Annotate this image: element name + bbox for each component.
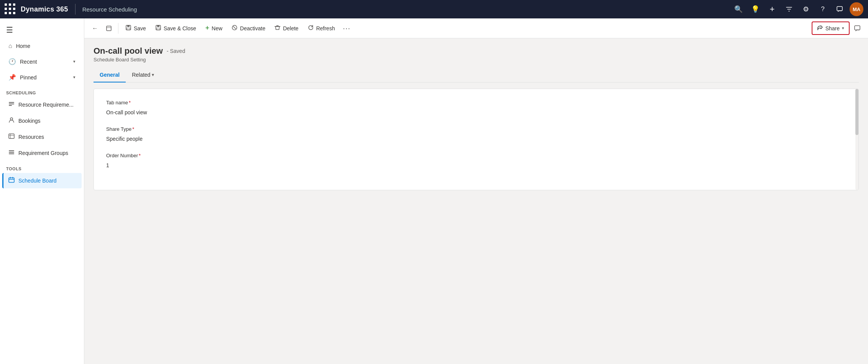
sidebar-item-bookings[interactable]: Bookings: [2, 113, 82, 128]
toolbar-chat-icon[interactable]: [851, 22, 863, 35]
toolbar: ← Save Save & Close + New: [84, 18, 868, 38]
lightbulb-icon[interactable]: 💡: [748, 2, 762, 16]
sidebar-item-label: Requirement Groups: [18, 150, 68, 156]
new-label: New: [212, 25, 222, 31]
svg-rect-2: [9, 104, 14, 104]
new-icon: +: [205, 24, 210, 32]
more-options-button[interactable]: ⋯: [340, 22, 353, 35]
tab-name-label: Tab name*: [106, 100, 846, 105]
tab-related[interactable]: Related ▾: [126, 68, 160, 82]
svg-point-4: [10, 118, 13, 120]
app-title: Dynamics 365: [21, 5, 68, 13]
sidebar-item-schedule-board[interactable]: Schedule Board: [2, 173, 82, 188]
related-chevron-icon: ▾: [152, 72, 154, 77]
group-icon: [8, 149, 15, 157]
sidebar-item-label: Pinned: [20, 74, 37, 81]
deactivate-label: Deactivate: [240, 25, 265, 31]
sidebar-item-label: Recent: [20, 59, 37, 65]
sidebar-section-tools: Tools: [0, 161, 84, 173]
svg-rect-5: [9, 134, 14, 138]
record-subtitle: Schedule Board Setting: [94, 57, 859, 63]
order-number-value[interactable]: 1: [106, 161, 846, 170]
sidebar-section-scheduling: Scheduling: [0, 85, 84, 97]
add-icon[interactable]: +: [765, 2, 779, 16]
svg-line-23: [233, 26, 236, 29]
search-icon[interactable]: 🔍: [732, 2, 745, 16]
resources-icon: [8, 133, 15, 141]
list-icon: [8, 101, 15, 109]
tab-related-label: Related: [132, 72, 150, 78]
help-icon[interactable]: ?: [816, 2, 830, 16]
svg-rect-10: [9, 153, 14, 154]
pin-icon: 📌: [8, 74, 16, 81]
sidebar-item-home[interactable]: ⌂ Home: [2, 39, 82, 53]
settings-icon[interactable]: ⚙: [799, 2, 813, 16]
svg-rect-1: [9, 102, 14, 103]
record-header: On-call pool view - Saved Schedule Board…: [94, 46, 859, 63]
share-icon: [817, 25, 823, 32]
delete-label: Delete: [283, 25, 298, 31]
hamburger-menu[interactable]: ☰: [0, 21, 84, 38]
user-avatar[interactable]: MA: [850, 2, 863, 16]
nav-divider: [75, 4, 75, 15]
recent-icon: 🕐: [8, 58, 16, 65]
save-button[interactable]: Save: [121, 22, 150, 35]
svg-rect-20: [157, 25, 159, 27]
refresh-icon: [308, 25, 314, 32]
sidebar-item-label: Resource Requireme...: [18, 102, 74, 108]
save-close-icon: [155, 25, 161, 32]
module-name: Resource Scheduling: [82, 6, 137, 13]
sidebar: ☰ ⌂ Home 🕐 Recent ▾ 📌 Pinned ▾ Schedulin…: [0, 18, 84, 364]
sidebar-item-resource-requirements[interactable]: Resource Requireme...: [2, 97, 82, 112]
svg-rect-15: [107, 26, 111, 31]
saved-badge: - Saved: [167, 48, 185, 54]
chevron-down-icon: ▾: [73, 59, 75, 64]
top-nav-icons: 🔍 💡 + ⚙ ? MA: [732, 2, 863, 16]
sidebar-item-label: Resources: [18, 134, 44, 140]
refresh-button[interactable]: Refresh: [304, 22, 339, 35]
toolbar-separator: [118, 23, 118, 34]
svg-rect-17: [127, 25, 130, 27]
save-label: Save: [134, 25, 146, 31]
deactivate-button[interactable]: Deactivate: [228, 22, 269, 35]
new-button[interactable]: + New: [202, 22, 226, 35]
sidebar-item-label: Home: [16, 43, 30, 49]
delete-button[interactable]: Delete: [271, 22, 302, 35]
deactivate-icon: [231, 25, 238, 32]
sidebar-item-label: Bookings: [18, 118, 41, 124]
refresh-label: Refresh: [316, 25, 335, 31]
sidebar-item-recent[interactable]: 🕐 Recent ▾: [2, 54, 82, 69]
expand-button[interactable]: [103, 22, 115, 35]
sidebar-item-resources[interactable]: Resources: [2, 129, 82, 145]
tab-name-value[interactable]: On-call pool view: [106, 108, 846, 117]
required-indicator: *: [129, 100, 131, 105]
tab-general[interactable]: General: [94, 68, 126, 82]
person-icon: [8, 117, 15, 125]
save-close-button[interactable]: Save & Close: [151, 22, 200, 35]
app-grid-icon[interactable]: [5, 3, 16, 15]
share-chevron-icon: ▾: [842, 26, 844, 31]
share-type-value[interactable]: Specific people: [106, 134, 846, 143]
scrollbar-thumb[interactable]: [855, 89, 858, 135]
share-type-field: Share Type* Specific people: [106, 126, 846, 143]
share-type-label: Share Type*: [106, 126, 846, 132]
tab-name-field: Tab name* On-call pool view: [106, 100, 846, 117]
svg-rect-9: [9, 152, 14, 153]
save-icon: [125, 25, 131, 32]
sidebar-item-pinned[interactable]: 📌 Pinned ▾: [2, 70, 82, 85]
back-button[interactable]: ←: [89, 22, 101, 35]
filter-icon[interactable]: [782, 2, 796, 16]
sidebar-item-label: Schedule Board: [18, 178, 57, 184]
svg-rect-11: [9, 178, 14, 183]
svg-rect-8: [9, 150, 14, 151]
top-nav: Dynamics 365 Resource Scheduling 🔍 💡 + ⚙…: [0, 0, 868, 18]
sidebar-item-requirement-groups[interactable]: Requirement Groups: [2, 145, 82, 161]
share-button[interactable]: Share ▾: [812, 21, 850, 35]
order-number-field: Order Number* 1: [106, 153, 846, 170]
svg-rect-0: [837, 7, 842, 11]
calendar-icon: [8, 177, 15, 184]
chat-icon[interactable]: [833, 2, 847, 16]
svg-rect-3: [9, 105, 12, 106]
main-content: ← Save Save & Close + New: [84, 18, 868, 364]
required-indicator: *: [139, 153, 141, 158]
